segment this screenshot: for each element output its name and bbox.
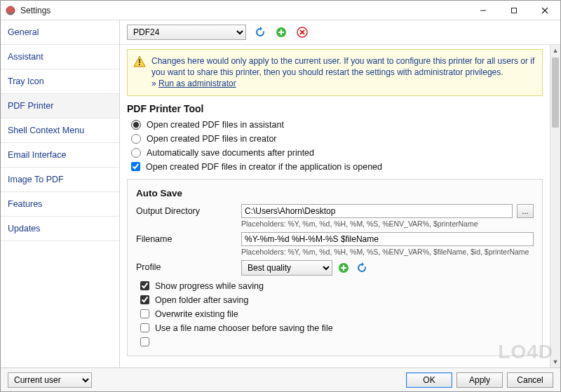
scroll-up-icon[interactable]: ▲: [550, 45, 560, 56]
run-as-admin-link[interactable]: Run as administrator: [158, 79, 236, 88]
scope-select[interactable]: Current user: [8, 372, 92, 388]
checkbox-filename-chooser[interactable]: Use a file name chooser before saving th…: [140, 323, 534, 333]
sidebar-item-shell-context-menu[interactable]: Shell Context Menu: [1, 119, 119, 143]
checkbox-cutoff[interactable]: [140, 337, 534, 347]
filename-hint: Placeholders: %Y, %m, %d, %H, %M, %S, %E…: [241, 248, 534, 256]
radio-auto-save[interactable]: Automatically save documents after print…: [131, 148, 543, 158]
profile-label: Profile: [136, 260, 234, 272]
section-title-printer-tool: PDF Printer Tool: [127, 103, 543, 114]
titlebar: Settings: [1, 1, 560, 20]
admin-warning-box: Changes here would only apply to the cur…: [127, 49, 543, 96]
radio-open-in-creator[interactable]: Open created PDF files in creator: [131, 134, 543, 144]
section-title-auto-save: Auto Save: [136, 188, 534, 198]
minimize-button[interactable]: [468, 1, 499, 20]
printer-select[interactable]: PDF24: [127, 25, 246, 40]
sidebar-item-label: Tray Icon: [8, 76, 44, 86]
checkbox-show-progress[interactable]: Show progress while saving: [140, 281, 534, 291]
checkbox-open-folder[interactable]: Open folder after saving: [140, 295, 534, 305]
add-button[interactable]: [274, 25, 288, 39]
refresh-button[interactable]: [253, 25, 267, 39]
open-mode-radio-group: Open created PDF files in assistant Open…: [131, 120, 543, 172]
profile-add-button[interactable]: [337, 261, 351, 275]
scrollbar-thumb[interactable]: [552, 58, 559, 128]
output-dir-browse-button[interactable]: ...: [517, 204, 534, 218]
settings-sidebar: General Assistant Tray Icon PDF Printer …: [1, 20, 120, 367]
app-icon: [5, 5, 16, 16]
checkbox-overwrite[interactable]: Overwrite existing file: [140, 309, 534, 319]
warning-link-prefix: »: [151, 79, 158, 88]
sidebar-item-email-interface[interactable]: Email Interface: [1, 143, 119, 168]
cancel-button[interactable]: Cancel: [507, 372, 553, 388]
checkbox-open-in-creator-if-open[interactable]: Open created PDF files in creator if the…: [131, 162, 543, 172]
vertical-scrollbar[interactable]: ▲ ▼: [550, 45, 560, 367]
warning-text: Changes here would only apply to the cur…: [151, 56, 534, 77]
close-button[interactable]: [529, 1, 560, 20]
filename-label: Filename: [136, 232, 234, 244]
sidebar-item-label: Shell Context Menu: [8, 126, 84, 135]
sidebar-item-pdf-printer[interactable]: PDF Printer: [1, 94, 119, 119]
settings-content: Changes here would only apply to the cur…: [120, 45, 550, 367]
svg-rect-3: [512, 8, 517, 13]
sidebar-item-label: Updates: [8, 224, 41, 234]
sidebar-item-label: Assistant: [8, 52, 43, 62]
ok-button[interactable]: OK: [406, 372, 452, 388]
maximize-button[interactable]: [499, 1, 529, 20]
svg-rect-9: [139, 64, 140, 65]
sidebar-item-updates[interactable]: Updates: [1, 217, 119, 241]
window-title: Settings: [20, 6, 50, 15]
apply-button[interactable]: Apply: [457, 372, 503, 388]
radio-open-in-assistant[interactable]: Open created PDF files in assistant: [131, 120, 543, 130]
sidebar-item-general[interactable]: General: [1, 20, 119, 45]
sidebar-item-features[interactable]: Features: [1, 192, 119, 217]
output-dir-hint: Placeholders: %Y, %m, %d, %H, %M, %S, %E…: [241, 219, 534, 228]
sidebar-item-label: General: [8, 27, 39, 37]
profile-refresh-button[interactable]: [355, 261, 369, 275]
sidebar-item-label: Email Interface: [8, 150, 66, 160]
svg-rect-1: [8, 12, 13, 14]
sidebar-item-label: Features: [8, 199, 42, 209]
svg-rect-8: [139, 59, 140, 63]
sidebar-item-tray-icon[interactable]: Tray Icon: [1, 69, 119, 94]
auto-save-panel: Auto Save Output Directory ... Placehold…: [127, 179, 543, 356]
sidebar-item-label: PDF Printer: [8, 101, 53, 111]
profile-select[interactable]: Best quality: [241, 260, 332, 276]
warning-icon: [133, 55, 146, 68]
sidebar-item-image-to-pdf[interactable]: Image To PDF: [1, 168, 119, 192]
dialog-footer: Current user OK Apply Cancel: [1, 367, 560, 391]
filename-input[interactable]: [241, 232, 534, 246]
remove-button[interactable]: [295, 25, 309, 39]
printer-toolbar: PDF24: [120, 20, 560, 44]
output-dir-label: Output Directory: [136, 204, 234, 216]
scroll-down-icon[interactable]: ▼: [550, 356, 560, 367]
sidebar-item-label: Image To PDF: [8, 175, 64, 184]
output-dir-input[interactable]: [241, 204, 513, 218]
sidebar-item-assistant[interactable]: Assistant: [1, 45, 119, 69]
auto-save-options: Show progress while saving Open folder a…: [140, 281, 534, 347]
